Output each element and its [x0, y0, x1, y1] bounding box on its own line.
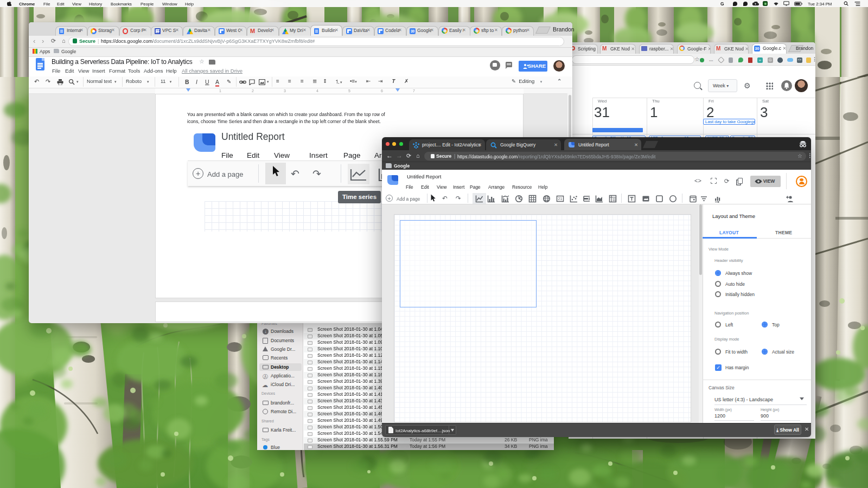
svg-text:21: 21: [558, 197, 563, 201]
